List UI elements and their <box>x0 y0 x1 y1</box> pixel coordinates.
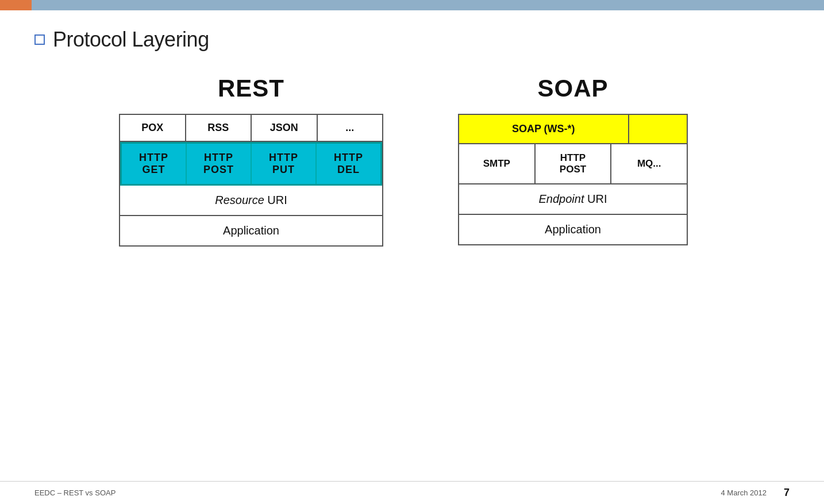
rest-rss-cell: RSS <box>186 115 252 141</box>
footer-left-text: EEDC – REST vs SOAP <box>34 488 721 497</box>
rest-uri-italic: Resource <box>215 194 264 206</box>
footer-right: 4 March 2012 7 <box>721 487 790 499</box>
slide-title: Protocol Layering <box>53 28 209 52</box>
rest-diagram: POX RSS JSON ... HTTP GET HTTP POST <box>119 114 383 247</box>
soap-row1: SOAP (WS-*) <box>459 115 687 144</box>
rest-uri-row: Resource URI <box>120 186 382 216</box>
soap-row2: SMTP HTTP POST MQ... <box>459 144 687 184</box>
footer-page: 7 <box>784 487 790 499</box>
title-checkbox-icon <box>34 34 45 45</box>
soap-http-post-cell: HTTP POST <box>536 144 612 183</box>
rest-get-cell: HTTP GET <box>122 144 187 184</box>
top-bar <box>0 0 824 10</box>
soap-heading: SOAP <box>537 75 608 102</box>
rest-app-row: Application <box>120 216 382 245</box>
soap-uri-italic: Endpoint <box>539 193 584 205</box>
soap-mq-cell: MQ... <box>611 144 687 183</box>
rest-etc-cell: ... <box>318 115 383 141</box>
rest-column: REST POX RSS JSON ... HTTP GET <box>113 75 389 247</box>
soap-yellow-side <box>629 115 687 143</box>
footer-date: 4 March 2012 <box>721 488 767 497</box>
rest-pox-cell: POX <box>120 115 186 141</box>
footer: EEDC – REST vs SOAP 4 March 2012 7 <box>0 481 824 504</box>
rest-row1: POX RSS JSON ... <box>120 115 382 142</box>
rest-row2: HTTP GET HTTP POST HTTP PUT HTTP <box>122 144 380 184</box>
diagrams-row: REST POX RSS JSON ... HTTP GET <box>34 75 790 247</box>
rest-http-wrapper: HTTP GET HTTP POST HTTP PUT HTTP <box>120 142 382 186</box>
rest-post-cell: HTTP POST <box>187 144 252 184</box>
slide-content: Protocol Layering REST POX RSS JSON ... <box>0 10 824 481</box>
rest-put-cell: HTTP PUT <box>252 144 317 184</box>
soap-uri-row: Endpoint URI <box>459 184 687 215</box>
rest-json-cell: JSON <box>252 115 318 141</box>
soap-smtp-cell: SMTP <box>459 144 536 183</box>
rest-del-cell: HTTP DEL <box>317 144 380 184</box>
rest-heading: REST <box>218 75 284 102</box>
top-bar-accent <box>0 0 32 10</box>
soap-ws-cell: SOAP (WS-*) <box>459 115 629 143</box>
soap-app-row: Application <box>459 215 687 244</box>
soap-column: SOAP SOAP (WS-*) SMTP HTTP POST <box>435 75 711 245</box>
title-row: Protocol Layering <box>34 28 790 52</box>
soap-diagram: SOAP (WS-*) SMTP HTTP POST M <box>458 114 688 245</box>
